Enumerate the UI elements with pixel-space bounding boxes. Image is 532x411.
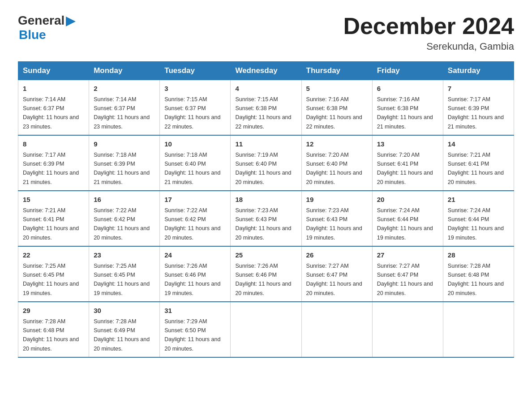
day-info: Sunrise: 7:23 AMSunset: 6:43 PMDaylight:… bbox=[235, 207, 291, 241]
day-info: Sunrise: 7:15 AMSunset: 6:38 PMDaylight:… bbox=[235, 96, 291, 130]
day-number: 28 bbox=[448, 250, 509, 261]
day-number: 4 bbox=[235, 84, 296, 94]
header-monday: Monday bbox=[89, 62, 160, 80]
day-number: 3 bbox=[164, 84, 226, 94]
calendar-cell: 19Sunrise: 7:23 AMSunset: 6:43 PMDayligh… bbox=[301, 191, 372, 246]
calendar-cell: 24Sunrise: 7:26 AMSunset: 6:46 PMDayligh… bbox=[160, 246, 231, 302]
header-thursday: Thursday bbox=[301, 62, 372, 80]
day-number: 2 bbox=[94, 84, 155, 94]
calendar-cell: 10Sunrise: 7:18 AMSunset: 6:40 PMDayligh… bbox=[160, 135, 231, 191]
calendar-cell: 2Sunrise: 7:14 AMSunset: 6:37 PMDaylight… bbox=[89, 80, 160, 136]
calendar-cell: 3Sunrise: 7:15 AMSunset: 6:37 PMDaylight… bbox=[160, 80, 231, 136]
day-number: 19 bbox=[306, 195, 368, 205]
day-number: 5 bbox=[306, 84, 368, 94]
calendar-cell: 27Sunrise: 7:27 AMSunset: 6:47 PMDayligh… bbox=[372, 246, 443, 302]
day-info: Sunrise: 7:28 AMSunset: 6:48 PMDaylight:… bbox=[23, 318, 79, 352]
day-info: Sunrise: 7:22 AMSunset: 6:42 PMDaylight:… bbox=[94, 207, 150, 241]
calendar-cell bbox=[372, 302, 443, 357]
calendar-cell bbox=[443, 302, 514, 357]
calendar-cell: 26Sunrise: 7:27 AMSunset: 6:47 PMDayligh… bbox=[301, 246, 372, 302]
day-info: Sunrise: 7:26 AMSunset: 6:46 PMDaylight:… bbox=[164, 263, 220, 296]
calendar-cell bbox=[301, 302, 372, 357]
calendar-cell: 28Sunrise: 7:28 AMSunset: 6:48 PMDayligh… bbox=[443, 246, 514, 302]
calendar-cell: 1Sunrise: 7:14 AMSunset: 6:37 PMDaylight… bbox=[18, 80, 89, 136]
day-number: 30 bbox=[94, 306, 155, 316]
calendar-cell: 12Sunrise: 7:20 AMSunset: 6:40 PMDayligh… bbox=[301, 135, 372, 191]
day-info: Sunrise: 7:16 AMSunset: 6:38 PMDaylight:… bbox=[377, 96, 433, 130]
day-info: Sunrise: 7:25 AMSunset: 6:45 PMDaylight:… bbox=[94, 263, 150, 296]
header-friday: Friday bbox=[372, 62, 443, 80]
calendar-cell: 7Sunrise: 7:17 AMSunset: 6:39 PMDaylight… bbox=[443, 80, 514, 136]
header-wednesday: Wednesday bbox=[231, 62, 301, 80]
svg-marker-0 bbox=[66, 17, 76, 26]
calendar-subtitle: Serekunda, Gambia bbox=[343, 41, 514, 52]
day-number: 14 bbox=[448, 139, 509, 150]
day-number: 26 bbox=[306, 250, 368, 261]
day-number: 25 bbox=[235, 250, 296, 261]
day-number: 18 bbox=[235, 195, 296, 205]
day-info: Sunrise: 7:19 AMSunset: 6:40 PMDaylight:… bbox=[235, 152, 291, 185]
day-info: Sunrise: 7:17 AMSunset: 6:39 PMDaylight:… bbox=[23, 152, 79, 185]
calendar-cell bbox=[231, 302, 301, 357]
calendar-cell: 5Sunrise: 7:16 AMSunset: 6:38 PMDaylight… bbox=[301, 80, 372, 136]
calendar-cell: 23Sunrise: 7:25 AMSunset: 6:45 PMDayligh… bbox=[89, 246, 160, 302]
day-number: 23 bbox=[94, 250, 155, 261]
calendar-cell: 4Sunrise: 7:15 AMSunset: 6:38 PMDaylight… bbox=[231, 80, 301, 136]
day-info: Sunrise: 7:23 AMSunset: 6:43 PMDaylight:… bbox=[306, 207, 362, 241]
day-number: 13 bbox=[377, 139, 438, 150]
day-number: 8 bbox=[23, 139, 84, 150]
header-saturday: Saturday bbox=[443, 62, 514, 80]
week-row-2: 15Sunrise: 7:21 AMSunset: 6:41 PMDayligh… bbox=[18, 191, 514, 246]
day-number: 29 bbox=[23, 306, 84, 316]
day-number: 1 bbox=[23, 84, 84, 94]
calendar-cell: 30Sunrise: 7:28 AMSunset: 6:49 PMDayligh… bbox=[89, 302, 160, 357]
day-info: Sunrise: 7:29 AMSunset: 6:50 PMDaylight:… bbox=[164, 318, 220, 352]
day-info: Sunrise: 7:20 AMSunset: 6:40 PMDaylight:… bbox=[306, 152, 362, 185]
logo-arrow-icon bbox=[66, 17, 76, 26]
day-info: Sunrise: 7:14 AMSunset: 6:37 PMDaylight:… bbox=[23, 96, 79, 130]
week-row-3: 22Sunrise: 7:25 AMSunset: 6:45 PMDayligh… bbox=[18, 246, 514, 302]
day-number: 12 bbox=[306, 139, 368, 150]
calendar-cell: 22Sunrise: 7:25 AMSunset: 6:45 PMDayligh… bbox=[18, 246, 89, 302]
page-header: General Blue December 2024 Serekunda, Ga… bbox=[18, 13, 514, 52]
day-info: Sunrise: 7:24 AMSunset: 6:44 PMDaylight:… bbox=[448, 207, 504, 241]
calendar-cell: 9Sunrise: 7:18 AMSunset: 6:39 PMDaylight… bbox=[89, 135, 160, 191]
day-number: 24 bbox=[164, 250, 226, 261]
day-number: 11 bbox=[235, 139, 296, 150]
logo-text-blue: Blue bbox=[19, 28, 76, 42]
day-info: Sunrise: 7:24 AMSunset: 6:44 PMDaylight:… bbox=[377, 207, 433, 241]
calendar-title: December 2024 bbox=[343, 13, 514, 39]
day-number: 9 bbox=[94, 139, 155, 150]
calendar-cell: 17Sunrise: 7:22 AMSunset: 6:42 PMDayligh… bbox=[160, 191, 231, 246]
calendar-table: SundayMondayTuesdayWednesdayThursdayFrid… bbox=[18, 61, 514, 358]
week-row-0: 1Sunrise: 7:14 AMSunset: 6:37 PMDaylight… bbox=[18, 80, 514, 136]
day-info: Sunrise: 7:27 AMSunset: 6:47 PMDaylight:… bbox=[377, 263, 433, 296]
day-info: Sunrise: 7:17 AMSunset: 6:39 PMDaylight:… bbox=[448, 96, 504, 130]
calendar-cell: 20Sunrise: 7:24 AMSunset: 6:44 PMDayligh… bbox=[372, 191, 443, 246]
day-info: Sunrise: 7:18 AMSunset: 6:40 PMDaylight:… bbox=[164, 152, 220, 185]
day-number: 17 bbox=[164, 195, 226, 205]
calendar-cell: 29Sunrise: 7:28 AMSunset: 6:48 PMDayligh… bbox=[18, 302, 89, 357]
day-info: Sunrise: 7:28 AMSunset: 6:49 PMDaylight:… bbox=[94, 318, 150, 352]
calendar-cell: 31Sunrise: 7:29 AMSunset: 6:50 PMDayligh… bbox=[160, 302, 231, 357]
calendar-cell: 18Sunrise: 7:23 AMSunset: 6:43 PMDayligh… bbox=[231, 191, 301, 246]
calendar-cell: 25Sunrise: 7:26 AMSunset: 6:46 PMDayligh… bbox=[231, 246, 301, 302]
calendar-header-row: SundayMondayTuesdayWednesdayThursdayFrid… bbox=[18, 62, 514, 80]
calendar-cell: 13Sunrise: 7:20 AMSunset: 6:41 PMDayligh… bbox=[372, 135, 443, 191]
calendar-cell: 6Sunrise: 7:16 AMSunset: 6:38 PMDaylight… bbox=[372, 80, 443, 136]
day-info: Sunrise: 7:27 AMSunset: 6:47 PMDaylight:… bbox=[306, 263, 362, 296]
day-number: 15 bbox=[23, 195, 84, 205]
calendar-cell: 8Sunrise: 7:17 AMSunset: 6:39 PMDaylight… bbox=[18, 135, 89, 191]
calendar-cell: 15Sunrise: 7:21 AMSunset: 6:41 PMDayligh… bbox=[18, 191, 89, 246]
day-info: Sunrise: 7:16 AMSunset: 6:38 PMDaylight:… bbox=[306, 96, 362, 130]
day-number: 22 bbox=[23, 250, 84, 261]
day-number: 27 bbox=[377, 250, 438, 261]
day-number: 7 bbox=[448, 84, 509, 94]
day-info: Sunrise: 7:22 AMSunset: 6:42 PMDaylight:… bbox=[164, 207, 220, 241]
day-number: 21 bbox=[448, 195, 509, 205]
calendar-cell: 14Sunrise: 7:21 AMSunset: 6:41 PMDayligh… bbox=[443, 135, 514, 191]
header-sunday: Sunday bbox=[18, 62, 89, 80]
day-info: Sunrise: 7:25 AMSunset: 6:45 PMDaylight:… bbox=[23, 263, 79, 296]
day-info: Sunrise: 7:28 AMSunset: 6:48 PMDaylight:… bbox=[448, 263, 504, 296]
logo-text-general: General bbox=[18, 13, 64, 28]
